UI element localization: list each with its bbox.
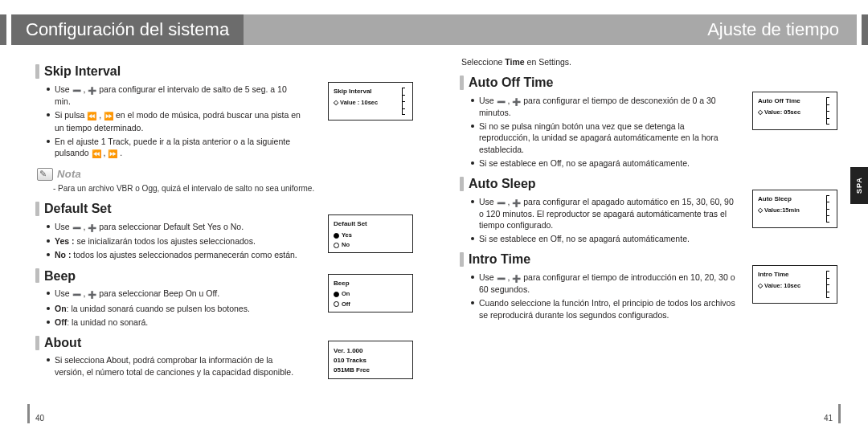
mini-screen-beep: Beep On Off	[328, 274, 413, 312]
skip-bullet-3: En el ajuste 1 Track, puede ir a la pist…	[47, 136, 304, 160]
rewind-icon	[92, 148, 101, 160]
default-bullet-2: Yes : Yes : se inicializarán todos los a…	[47, 235, 304, 247]
page-spread: Skip Interval Use , para configurar el i…	[0, 56, 868, 423]
intro-time-title: Intro Time	[469, 251, 530, 268]
section-about: About Si selecciona About, podrá comprob…	[35, 334, 408, 378]
page-corner-bar	[27, 404, 30, 423]
auto-off-title: Auto Off Time	[469, 74, 553, 92]
mini-screen-autooff: Auto Off Time ◇ Value: 05sec	[752, 92, 837, 130]
right-page: Seleccione Time en Settings. Auto Off Ti…	[434, 56, 868, 423]
skip-bullet-2: Si pulsa , en el modo de música, podrá b…	[47, 109, 304, 133]
default-bullet-3: No : todos los ajustes seleccionados per…	[47, 249, 304, 260]
autooff-bullet-3: Si se establece en Off, no se apagará au…	[471, 157, 736, 169]
plus-icon	[88, 84, 96, 96]
header-right-title-text: Ajuste de tiempo	[707, 18, 839, 42]
autooff-bullet-2: Si no se pulsa ningún botón una vez que …	[471, 121, 736, 155]
beep-bullet-1: Use , para seleccionar Beep On u Off.	[47, 288, 304, 300]
page-number-right: 41	[824, 413, 833, 424]
minus-icon	[497, 197, 506, 208]
header-left-mark	[0, 14, 6, 45]
minus-icon	[72, 222, 81, 233]
section-default-set: Default Set Use , para seleccionar Defau…	[35, 200, 408, 260]
about-bullet-1: Si selecciona About, podrá comprobar la …	[47, 354, 304, 377]
intro-bullet-1: Use , para configurar el tiempo de intro…	[471, 272, 736, 295]
autosleep-bullet-2: Si se establece en Off, no se apagará au…	[471, 233, 736, 244]
note-row: Nota	[37, 167, 408, 182]
header-right-title: Ajuste de tiempo	[244, 14, 857, 45]
minus-icon	[72, 84, 81, 96]
section-skip-interval: Skip Interval Use , para configurar el i…	[35, 63, 408, 194]
page-number-left: 40	[35, 413, 44, 424]
page-corner-bar	[838, 404, 841, 423]
section-auto-sleep: Auto Sleep Use , para configurar el apag…	[460, 175, 833, 244]
auto-sleep-title: Auto Sleep	[469, 175, 536, 193]
header-left-title: Configuración del sistema	[11, 14, 244, 45]
beep-title: Beep	[44, 268, 76, 285]
note-label: Nota	[57, 167, 81, 182]
section-intro-time: Intro Time Use , para configurar el tiem…	[460, 251, 833, 320]
minus-icon	[497, 272, 506, 284]
right-intro-line: Seleccione Time en Settings.	[461, 56, 833, 67]
plus-icon	[88, 288, 96, 300]
minus-icon	[72, 288, 81, 300]
skip-bullet-1: Use , para configurar el intervalo de sa…	[47, 84, 304, 107]
minus-icon	[497, 96, 506, 107]
mini-screen-about: Ver. 1.000 010 Tracks 051MB Free	[328, 341, 413, 379]
beep-bullet-2: On: la unidad sonará cuando se pulsen lo…	[47, 303, 304, 314]
about-title: About	[44, 334, 81, 352]
section-beep: Beep Use , para seleccionar Beep On u Of…	[35, 268, 408, 328]
left-page: Skip Interval Use , para configurar el i…	[0, 56, 434, 423]
default-bullet-1: Use , para seleccionar Default Set Yes o…	[47, 221, 304, 233]
rewind-icon	[87, 110, 96, 122]
autooff-bullet-1: Use , para configurar el tiempo de desco…	[471, 95, 736, 118]
mini-screen-skip: Skip Interval ◇ Value : 10sec	[328, 82, 413, 121]
skip-interval-title: Skip Interval	[44, 63, 121, 80]
default-set-title: Default Set	[44, 200, 112, 218]
mini-screen-autosleep: Auto Sleep ◇ Value:15min	[752, 190, 837, 228]
note-icon	[37, 168, 53, 181]
header-right-mark	[862, 14, 868, 45]
plus-icon	[512, 197, 521, 208]
note-text: - Para un archivo VBR o Ogg, quizá el in…	[53, 183, 408, 194]
mini-screen-intro: Intro Time ◇ Value: 10sec	[752, 265, 837, 304]
mini-screen-default: Default Set Yes No	[328, 214, 413, 253]
beep-bullet-3: Off: la unidad no sonará.	[47, 317, 304, 328]
header-band: Configuración del sistema Ajuste de tiem…	[0, 14, 868, 45]
plus-icon	[88, 222, 96, 233]
section-auto-off: Auto Off Time Use , para configurar el t…	[460, 74, 833, 169]
plus-icon	[512, 96, 521, 107]
forward-icon	[104, 110, 113, 122]
intro-bullet-2: Cuando seleccione la función Intro, el p…	[471, 297, 736, 320]
autosleep-bullet-1: Use , para configurar el apagado automát…	[471, 196, 736, 231]
forward-icon	[108, 148, 117, 160]
plus-icon	[512, 272, 521, 284]
